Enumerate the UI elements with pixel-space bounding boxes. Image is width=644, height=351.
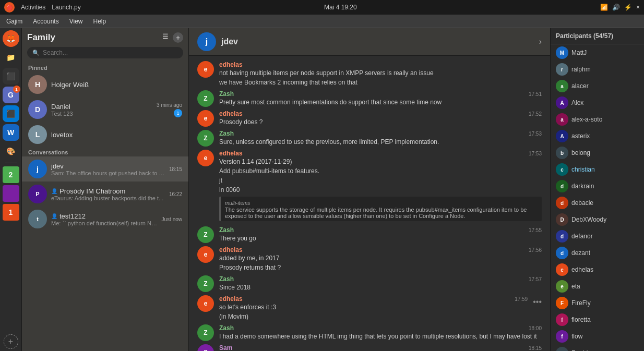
msg-sender-edhelas1: edhelas <box>219 61 243 68</box>
msg-text-zash2: Sure, unless configured to use the previ… <box>219 137 542 147</box>
msg-text-edhelas5a: so let's enforces it :3 <box>219 302 528 312</box>
conv-info-prosody: 👤 Prosódy IM Chatroom eTaurus: Adding bu… <box>51 187 165 201</box>
conv-meta-prosody: 16:22 <box>169 191 182 197</box>
sidebar-add-button[interactable]: + <box>173 32 183 43</box>
participant-edhelas[interactable]: e edhelas <box>551 261 644 278</box>
dock-item-paint[interactable]: 🎨 <box>3 143 19 160</box>
datetime-label: Mai 4 19:20 <box>324 4 357 11</box>
msg-sender-sam: Sam <box>219 344 232 351</box>
msg-avatar-edhelas2: e <box>197 110 214 127</box>
msg-avatar-edhelas3: e <box>197 150 214 166</box>
participant-avatar-alacer: a <box>556 80 568 92</box>
participant-darkrain[interactable]: d darkrain <box>551 178 644 195</box>
participant-name-alex: Alex <box>571 99 583 106</box>
conv-item-jdev[interactable]: j jdev Sam: The office hours got pushed … <box>22 156 188 181</box>
msg-group-edhelas5: e edhelas 17:59 so let's enforces it :3 … <box>197 295 542 321</box>
participant-avatar-belong: b <box>556 147 568 159</box>
power-icon: ⚡ <box>624 4 632 11</box>
participant-asterix[interactable]: A asterix <box>551 128 644 144</box>
participant-debacle[interactable]: d debacle <box>551 195 644 211</box>
chat-header-left: j jdev <box>197 32 238 51</box>
participant-ralphm[interactable]: r ralphm <box>551 61 644 78</box>
group-icon-prosody: 👤 <box>51 188 57 194</box>
participant-name-flow: flow <box>571 333 582 340</box>
msg-text-edhelas3b: Add pubsub#multi-items to features. <box>219 166 542 176</box>
conv-name-row-test1212: 👤 test1212 <box>51 212 158 220</box>
msg-sender-zash1: Zash <box>219 90 234 98</box>
participant-eta[interactable]: e eta <box>551 278 644 295</box>
msg-group-zash2: Z Zash 17:53 Sure, unless configured to … <box>197 130 542 147</box>
close-button[interactable]: × <box>636 4 640 11</box>
participant-alex-a-soto[interactable]: a alex-a-soto <box>551 111 644 128</box>
conv-item-prosody[interactable]: P 👤 Prosódy IM Chatroom eTaurus: Adding … <box>22 181 188 207</box>
participant-defanor[interactable]: d defanor <box>551 228 644 245</box>
dock-item-files[interactable]: 📁 <box>3 49 19 66</box>
msg-content-sam: Sam 18:15 The office hours got pushed ba… <box>219 344 542 351</box>
dock-item-1[interactable]: 1 <box>3 204 19 221</box>
conv-info-lovetox: lovetox <box>51 131 182 139</box>
msg-time-zash2: 17:53 <box>529 131 542 137</box>
msg-content-zash4: Zash 17:57 Since 2018 <box>219 275 542 292</box>
msg-sender-edhelas4: edhelas <box>219 246 243 253</box>
conv-item-daniel[interactable]: D Daniel Test 123 3 mins ago 1 <box>22 97 188 122</box>
search-input[interactable] <box>43 49 178 56</box>
participant-avatar-defanor: d <box>556 230 568 243</box>
menu-accounts[interactable]: Accounts <box>31 17 61 26</box>
dock-item-vscode[interactable]: ⬛ <box>3 105 19 122</box>
activities-label[interactable]: Activities <box>21 4 45 11</box>
participant-alex[interactable]: A Alex <box>551 94 644 111</box>
dock-item-firefox[interactable]: 🦊 <box>3 30 19 47</box>
participant-avatar-firefly: F <box>556 297 568 309</box>
volume-icon: 🔊 <box>612 4 620 11</box>
conv-preview-jdev: Sam: The office hours got pushed back to… <box>51 170 165 176</box>
conv-info-holger: Holger Weiß <box>51 81 182 89</box>
dock-item-terminal[interactable]: ⬛ <box>3 68 19 84</box>
msg-avatar-zash1: Z <box>197 90 214 107</box>
participant-alacer[interactable]: a alacer <box>551 78 644 94</box>
msg-group-sam: S Sam 18:15 The office hours got pushed … <box>197 344 542 351</box>
participant-christian[interactable]: c christian <box>551 161 644 178</box>
dock: 🦊 📁 ⬛ G 1 ⬛ W 🎨 2 1 + <box>0 28 22 351</box>
conv-item-lovetox[interactable]: L lovetox <box>22 122 188 147</box>
chat-area: j jdev › e edhelas not having multiple i… <box>189 28 550 351</box>
participant-avatar-christian: c <box>556 163 568 176</box>
menu-gajim[interactable]: Gajim <box>4 17 25 26</box>
conv-item-holger[interactable]: H Holger Weiß <box>22 72 188 97</box>
participant-name-alex-a-soto: alex-a-soto <box>571 116 602 123</box>
conv-preview-prosody: eTaurus: Adding buster-backports did the… <box>51 195 165 201</box>
participant-dezant[interactable]: d dezant <box>551 245 644 261</box>
msg-header-zash3: Zash 17:55 <box>219 226 542 234</box>
participant-avatar-eta: e <box>556 280 568 293</box>
menu-view[interactable]: View <box>67 17 85 26</box>
chat-header-expand-icon[interactable]: › <box>539 37 542 46</box>
sidebar-menu-button[interactable]: ☰ <box>162 32 169 43</box>
participant-belong[interactable]: b belong <box>551 144 644 161</box>
participant-name-alacer: alacer <box>571 82 589 90</box>
participant-name-belong: belong <box>571 149 590 156</box>
conv-meta-test1212: Just now <box>162 216 182 222</box>
dock-item-2[interactable]: 2 <box>3 166 19 183</box>
dock-item-gajim[interactable]: G 1 <box>3 87 19 103</box>
msg-more-icon[interactable]: ••• <box>533 297 542 307</box>
participant-floretta[interactable]: f floretta <box>551 311 644 328</box>
participant-name-eta: eta <box>571 283 580 290</box>
dock-add-button[interactable]: + <box>4 334 18 349</box>
ubuntu-logo[interactable]: 🔴 <box>4 2 15 13</box>
dock-item-w[interactable]: W <box>3 124 19 141</box>
conv-item-test1212[interactable]: t 👤 test1212 Me: `` python def function(… <box>22 207 188 232</box>
system-bar-center: Mai 4 19:20 <box>324 4 357 11</box>
participant-name-dezant: dezant <box>571 249 590 257</box>
menu-help[interactable]: Help <box>91 17 109 26</box>
participant-name-asterix: asterix <box>571 132 590 140</box>
participant-freddy[interactable]: F Freddy <box>551 345 644 351</box>
participant-mattj[interactable]: M MattJ <box>551 44 644 61</box>
msg-sender-edhelas3: edhelas <box>219 150 243 157</box>
dock-item-purple[interactable] <box>3 185 19 202</box>
msg-text-edhelas3a: Version 1.14 (2017-11-29) <box>219 157 542 166</box>
msg-sender-zash3: Zash <box>219 226 234 234</box>
participant-flow[interactable]: f flow <box>551 328 644 345</box>
sidebar-search[interactable]: 🔍 <box>27 47 183 58</box>
participant-firefly[interactable]: F FireFly <box>551 295 644 311</box>
launch-py-label[interactable]: Launch.py <box>52 4 80 11</box>
participant-debxwoody[interactable]: D DebXWoody <box>551 211 644 228</box>
